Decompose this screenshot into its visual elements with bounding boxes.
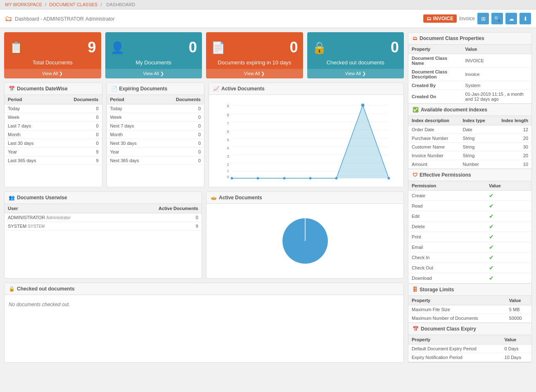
breadcrumb-my-workspace[interactable]: MY WORKSPACE: [5, 2, 42, 7]
userwise-col-active: Active Documents: [123, 204, 202, 213]
rp-perm-name: Download: [408, 273, 486, 283]
rp-storage-property: Maximum File Size: [408, 305, 506, 314]
invoice-label: Invoice: [459, 16, 475, 21]
my-docs-view-all[interactable]: View All ❯: [143, 71, 164, 76]
svg-point-24: [309, 177, 312, 179]
rp-index-length: 20: [493, 134, 531, 143]
rp-doc-class-row: Document Class NameINVOICE: [408, 54, 531, 68]
checked-out-view-all[interactable]: View All ❯: [345, 71, 366, 76]
rp-storage-table: Property Value Maximum File Size5 MBMaxi…: [408, 296, 531, 323]
expiring-row: Month0: [107, 130, 204, 139]
rp-index-type: String: [460, 134, 493, 143]
rp-doc-class-row: Created BySystem: [408, 81, 531, 90]
rp-storage-row: Maximum File Size5 MB: [408, 305, 531, 314]
rp-expiry-col-property: Property: [408, 335, 501, 345]
datewise-count: 0: [56, 113, 102, 122]
svg-text:7: 7: [227, 121, 229, 125]
grid-view-button[interactable]: ⊞: [477, 13, 489, 24]
expiring-count: 0: [159, 113, 204, 122]
rp-index-type: Date: [460, 125, 493, 134]
svg-text:8: 8: [227, 113, 229, 117]
my-docs-footer[interactable]: View All ❯: [105, 69, 202, 78]
stat-card-total-docs: 📋 9 Total Documents View All ❯: [4, 32, 101, 78]
rp-storage-icon: 🗄: [413, 287, 417, 293]
rp-expiry-property: Expiry Notification Period: [408, 353, 501, 362]
cloud-button[interactable]: ☁: [505, 13, 517, 24]
total-docs-view-all[interactable]: View All ❯: [42, 71, 63, 76]
expiring-row: Next 365 days0: [107, 156, 204, 165]
expiring-docs-footer[interactable]: View All ❯: [206, 69, 303, 78]
userwise-col-user: User: [5, 204, 123, 213]
rp-index-length: 10: [493, 160, 531, 169]
datewise-row: Year9: [5, 148, 102, 156]
rp-index-type: String: [460, 143, 493, 151]
expiring-docs-view-all[interactable]: View All ❯: [244, 71, 265, 76]
rp-perm-row: Download✔: [408, 273, 531, 283]
stat-card-expiring-docs: 📄 0 Documents expiring in 10 days View A…: [206, 32, 303, 78]
datewise-row: Last 7 days0: [5, 122, 102, 130]
header-right: 🗂 INVOICE Invoice ⊞ 🔍 ☁ ⬇: [423, 13, 531, 24]
userwise-user: SYSTEM SYSTEM: [5, 222, 123, 231]
datewise-row: Last 30 days0: [5, 139, 102, 148]
rp-permissions-title: Effective Permissions: [420, 172, 471, 178]
breadcrumb-document-classes[interactable]: DOCUMENT CLASSES: [49, 2, 97, 7]
expiring-period: Week: [107, 113, 159, 122]
datewise-count: 0: [56, 139, 102, 148]
perm-check-icon: ✔: [489, 223, 494, 230]
datewise-title: Documents DateWise: [17, 86, 68, 92]
rp-property: Document Class Name: [408, 54, 462, 68]
rp-storage-property: Maximum Number of Documents: [408, 314, 506, 323]
perm-check-icon: ✔: [489, 234, 494, 240]
search-button[interactable]: 🔍: [491, 13, 503, 24]
rp-perm-row: Email✔: [408, 242, 531, 253]
svg-text:2018-8: 2018-8: [229, 181, 239, 182]
active-docs-chart-title: Active Documents: [221, 86, 265, 92]
checked-out-box-title: Checked out documents: [17, 286, 74, 292]
expiring-period: Next 7 days: [107, 122, 159, 130]
userwise-count: 0: [123, 213, 202, 222]
userwise-title: Documents Userwise: [17, 195, 67, 201]
svg-text:4: 4: [227, 146, 229, 150]
datewise-count: 0: [56, 122, 102, 130]
rp-indexes-table: Index description Index type Index lengt…: [408, 116, 531, 169]
datewise-period: Today: [5, 104, 56, 113]
perm-check-icon: ✔: [489, 254, 494, 261]
my-docs-icon: 👤: [110, 41, 125, 54]
rp-index-desc: Purchase Number: [408, 134, 460, 143]
middle-row: 📅 Documents DateWise Period Documents To…: [4, 83, 404, 187]
datewise-box: 📅 Documents DateWise Period Documents To…: [4, 83, 102, 187]
my-docs-label: My Documents: [105, 59, 202, 69]
perm-check-icon: ✔: [489, 264, 494, 271]
rp-expiry-row: Default Document Expiry Period0 Days: [408, 345, 531, 353]
rp-doc-class-properties-header: 🗂 Document Class Properties: [408, 33, 531, 45]
rp-index-type: Number: [460, 160, 493, 169]
expiring-period: Today: [107, 104, 159, 113]
perm-check-icon: ✔: [489, 213, 494, 220]
rp-perm-value: ✔: [486, 263, 531, 273]
rp-index-col-length: Index length: [493, 116, 531, 125]
rp-index-length: 20: [493, 151, 531, 160]
rp-perm-name: Print: [408, 232, 486, 242]
rp-doc-class-row: Created On01-Jan-2019 11:15 , a month an…: [408, 90, 531, 104]
svg-text:1: 1: [227, 169, 229, 173]
left-panel: 📋 9 Total Documents View All ❯ 👤 0 My Do…: [4, 32, 404, 363]
rp-perm-value: ✔: [486, 201, 531, 211]
stat-card-my-docs: 👤 0 My Documents View All ❯: [105, 32, 202, 78]
checked-out-box: 🔒 Checked out documents No documents che…: [4, 283, 404, 363]
total-docs-footer[interactable]: View All ❯: [4, 69, 101, 78]
datewise-header: 📅 Documents DateWise: [5, 83, 102, 95]
line-chart-svg: 9 8 7 6 5 4 3 2 1 0: [213, 99, 399, 182]
datewise-period: Last 30 days: [5, 139, 56, 148]
checked-out-footer[interactable]: View All ❯: [307, 69, 404, 78]
datewise-period: Month: [5, 130, 56, 139]
rp-permissions-icon: 🛡: [413, 172, 417, 178]
rp-expiry-title: Document Class Expiry: [421, 326, 476, 332]
active-docs-chart-header: 📈 Active Documents: [209, 83, 403, 95]
download-button[interactable]: ⬇: [519, 13, 531, 24]
rp-index-length: 12: [493, 125, 531, 134]
datewise-count: 0: [56, 130, 102, 139]
rp-perm-name: Read: [408, 201, 486, 211]
active-docs-chart-box: 📈 Active Documents 9 8 7 6 5 4 3 2 1: [209, 83, 404, 187]
rp-index-col-type: Index type: [460, 116, 493, 125]
expiring-docs-header-icon: 📄: [111, 86, 117, 92]
